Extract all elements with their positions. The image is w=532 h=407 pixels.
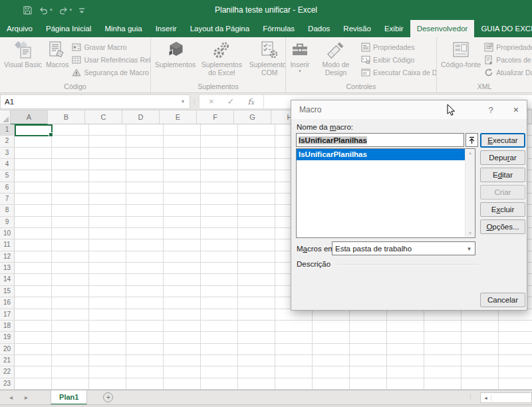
hscroll-left-icon[interactable]: ◂ <box>481 395 491 401</box>
dropdown-chevron-icon[interactable]: ▾ <box>464 245 475 252</box>
ribbon-button-atualizar-dados[interactable]: Atualizar Dados <box>483 66 532 78</box>
depurar-button[interactable]: Depurar <box>480 150 525 165</box>
row-header-20[interactable]: 20 <box>0 344 15 355</box>
row-header-16[interactable]: 16 <box>0 297 15 309</box>
ribbon-button-exibir-codigo[interactable]: Exibir Código <box>360 53 437 66</box>
tab-dados[interactable]: Dados <box>301 20 336 37</box>
tab-layout-da-pagina[interactable]: Layout da Página <box>184 20 257 37</box>
dialog-close-icon[interactable]: × <box>513 104 519 115</box>
row-header-3[interactable]: 3 <box>0 148 15 159</box>
ribbon-button-suplementos[interactable]: Suplementos <box>153 39 198 68</box>
tab-scroll-grip[interactable]: ⋮ <box>467 393 473 400</box>
tab-arquivo[interactable]: Arquivo <box>0 20 39 37</box>
ribbon-button-codigo-fonte[interactable]: Código-fonte <box>439 39 483 68</box>
ribbon-button-executar-caixa-de-dialogo[interactable]: Executar Caixa de Diálogo <box>360 66 437 78</box>
redo-button[interactable]: ▾ <box>59 4 72 16</box>
row-header-6[interactable]: 6 <box>0 182 15 194</box>
row-header-22[interactable]: 22 <box>0 366 15 378</box>
row-header-11[interactable]: 11 <box>0 239 15 251</box>
grid-row-23[interactable] <box>15 378 532 390</box>
sheet-nav-left-icon[interactable]: ◂ <box>9 394 13 401</box>
enter-entry-icon[interactable]: ✓ <box>227 96 235 106</box>
ribbon-button-visual-basic[interactable]: Visual Basic <box>2 39 44 68</box>
tab-guia-do-excel[interactable]: GUIA DO EXCEL <box>474 20 532 37</box>
dropdown-caret-icon[interactable]: ▾ <box>70 7 72 13</box>
executar-button[interactable]: Executar <box>480 133 525 148</box>
grid-row-19[interactable] <box>15 332 532 343</box>
ribbon-button-modo-de-design[interactable]: Modo de Design <box>312 39 360 76</box>
editar-button[interactable]: Editar <box>480 168 525 182</box>
grid-row-22[interactable] <box>15 366 532 378</box>
select-all-corner[interactable] <box>0 110 11 124</box>
row-header-19[interactable]: 19 <box>0 332 15 343</box>
macro-list[interactable]: lsUnificarPlanilhas ▴ ▾ <box>296 148 475 238</box>
insert-function-icon[interactable]: fx <box>248 97 255 106</box>
grid-row-17[interactable] <box>15 309 532 321</box>
scroll-up-icon[interactable]: ▴ <box>466 150 475 156</box>
macro-dialog-titlebar[interactable]: Macro ? × <box>291 100 527 119</box>
ribbon-button-inserir[interactable]: Inserir▾ <box>288 39 312 74</box>
row-header-5[interactable]: 5 <box>0 170 15 182</box>
macros-in-dropdown[interactable]: Esta pasta de trabalho ▾ <box>332 241 475 255</box>
column-header-d[interactable]: D <box>122 110 160 124</box>
column-header-c[interactable]: C <box>85 110 122 124</box>
row-header-12[interactable]: 12 <box>0 251 15 263</box>
ribbon-button-propriedades-do-mapa[interactable]: Propriedades do Mapa <box>483 41 532 53</box>
cancel-button[interactable]: Cancelar <box>480 293 525 307</box>
dropdown-caret-icon[interactable]: ▾ <box>299 68 301 74</box>
row-header-14[interactable]: 14 <box>0 274 15 285</box>
excluir-button[interactable]: Excluir <box>480 202 525 217</box>
row-header-15[interactable]: 15 <box>0 286 15 297</box>
ribbon-button-suplementos-com[interactable]: Suplementos COM <box>245 39 286 76</box>
column-header-a[interactable]: A <box>11 110 48 124</box>
row-header-10[interactable]: 10 <box>0 228 15 239</box>
ribbon-button-suplementos-do-excel[interactable]: Suplementos do Excel <box>198 39 245 76</box>
macro-list-scrollbar[interactable]: ▴ ▾ <box>465 149 475 237</box>
opcoes-button[interactable]: Opções... <box>480 219 525 234</box>
dialog-help-icon[interactable]: ? <box>489 105 513 115</box>
name-box-value[interactable]: A1 <box>1 98 176 106</box>
column-header-e[interactable]: E <box>160 110 197 124</box>
name-box-dropdown-icon[interactable]: ▾ <box>176 98 190 104</box>
sheet-tab-plan1[interactable]: Plan1 <box>51 390 87 405</box>
row-header-9[interactable]: 9 <box>0 217 15 228</box>
active-cell-a1[interactable] <box>15 124 53 136</box>
column-header-g[interactable]: G <box>234 110 271 124</box>
ribbon-button-macros[interactable]: Macros <box>44 39 70 68</box>
row-header-13[interactable]: 13 <box>0 263 15 274</box>
ribbon-button-usar-referencias-relativas[interactable]: Usar Referências Relativas <box>70 53 151 66</box>
tab-inserir[interactable]: Inserir <box>149 20 184 37</box>
row-header-7[interactable]: 7 <box>0 194 15 205</box>
column-header-b[interactable]: B <box>48 110 85 124</box>
ribbon-button-gravar-macro[interactable]: Gravar Macro <box>70 41 151 53</box>
row-header-8[interactable]: 8 <box>0 205 15 216</box>
macro-name-input[interactable]: lsUnificarPlanilhas <box>296 133 464 147</box>
grid-row-18[interactable] <box>15 321 532 332</box>
horizontal-scrollbar[interactable]: ◂ <box>480 392 532 403</box>
tab-desenvolvedor[interactable]: Desenvolvedor <box>410 20 475 37</box>
macro-list-item[interactable]: lsUnificarPlanilhas <box>297 149 475 160</box>
ribbon-button-seguranca-de-macro[interactable]: Segurança de Macro <box>70 66 151 78</box>
ribbon-button-propriedades[interactable]: Propriedades <box>360 41 437 53</box>
row-header-4[interactable]: 4 <box>0 159 15 170</box>
customize-qat-button[interactable] <box>78 4 86 16</box>
column-header-f[interactable]: F <box>197 110 234 124</box>
cancel-entry-icon[interactable]: × <box>209 96 214 106</box>
criar-button[interactable]: Criar <box>480 185 525 200</box>
row-header-21[interactable]: 21 <box>0 355 15 366</box>
ribbon-button-pacotes-de-expansao[interactable]: Pacotes de Expansão <box>483 53 532 66</box>
tab-pagina-inicial[interactable]: Página Inicial <box>39 20 98 37</box>
tab-formulas[interactable]: Fórmulas <box>256 20 301 37</box>
row-header-18[interactable]: 18 <box>0 321 15 332</box>
row-header-1[interactable]: 1 <box>0 124 15 136</box>
tab-revisao[interactable]: Revisão <box>336 20 378 37</box>
tab-minha-guia[interactable]: Minha guia <box>98 20 148 37</box>
grid-row-21[interactable] <box>15 355 532 366</box>
undo-button[interactable]: ▾ <box>39 4 53 16</box>
sheet-nav-right-icon[interactable]: ▸ <box>25 394 28 401</box>
row-header-17[interactable]: 17 <box>0 309 15 321</box>
row-header-2[interactable]: 2 <box>0 136 15 147</box>
tab-exibir[interactable]: Exibir <box>378 20 410 37</box>
new-sheet-button[interactable]: + <box>103 392 113 402</box>
save-button[interactable] <box>23 4 33 16</box>
